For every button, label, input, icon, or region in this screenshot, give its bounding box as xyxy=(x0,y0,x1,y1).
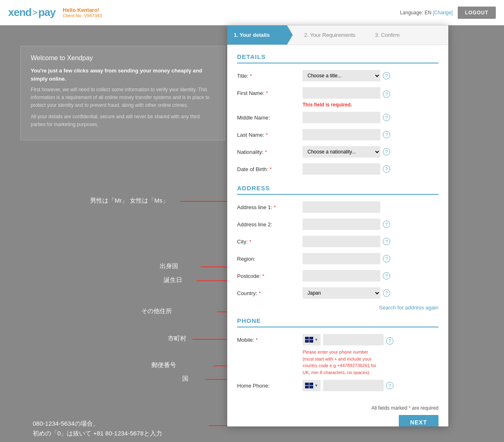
welcome-subtitle: You're just a few clicks away from sendi… xyxy=(31,67,215,83)
homephone-row: Home Phone: ▼ ? xyxy=(237,380,438,393)
homephone-flag-chevron-icon: ▼ xyxy=(314,383,318,388)
nationality-row: Nationality: * Choose a nationality... J… xyxy=(237,146,438,159)
annotations-container: 男性は「Mr」 女性は「Ms」 出身国 誕生日 その他住所 市町村 郵便番号 国… xyxy=(20,149,225,435)
middlename-input[interactable] xyxy=(303,112,380,123)
address1-input[interactable] xyxy=(303,201,380,213)
homephone-input[interactable] xyxy=(323,380,384,391)
nationality-select[interactable]: Choose a nationality... Japanese British… xyxy=(303,146,380,158)
address2-input[interactable] xyxy=(303,219,380,230)
annotation-dob: 誕生日 xyxy=(164,276,182,284)
lastname-input[interactable] xyxy=(303,129,380,140)
address1-row: Address line 1: * xyxy=(237,201,438,214)
language-selector[interactable]: Language: EN [Change] xyxy=(400,10,453,16)
title-select[interactable]: Choose a title... Mr Ms Mrs Dr xyxy=(303,70,380,81)
homephone-label: Home Phone: xyxy=(237,380,303,389)
address1-field xyxy=(303,201,438,213)
next-button[interactable]: NEXT xyxy=(399,415,438,426)
mobile-field: ▼ ? Please enter your phone number (must… xyxy=(303,334,438,376)
annotation-country: 国 xyxy=(182,375,188,383)
nationality-label: Nationality: * xyxy=(237,146,303,155)
main-content: Welcome to Xendpay You're just a few cli… xyxy=(0,25,504,442)
phone-section-title: PHONE xyxy=(237,317,438,327)
mobile-flag-chevron-icon: ▼ xyxy=(314,338,318,342)
uk-flag-icon xyxy=(305,337,313,343)
dob-label: Date of Birth: * xyxy=(237,163,303,172)
step-1[interactable]: 1. Your details xyxy=(227,25,293,45)
homephone-field: ▼ ? xyxy=(303,380,438,391)
firstname-help-icon[interactable]: ? xyxy=(383,90,390,98)
region-help-icon[interactable]: ? xyxy=(383,255,390,262)
dob-row: Date of Birth: * ? xyxy=(237,163,438,176)
dob-help-icon[interactable]: ? xyxy=(383,165,390,173)
middlename-row: Middle Name: ? xyxy=(237,112,438,125)
mobile-error-text: Please enter your phone number (must sta… xyxy=(303,349,380,376)
lastname-help-icon[interactable]: ? xyxy=(383,131,390,138)
header-right: Language: EN [Change] LOGOUT xyxy=(400,7,496,19)
postcode-help-icon[interactable]: ? xyxy=(383,272,390,280)
form-panel: 1. Your details 2. Your Requirements 3. … xyxy=(227,25,448,426)
title-label: Title: * xyxy=(237,70,303,79)
mobile-help-icon[interactable]: ? xyxy=(386,337,393,345)
postcode-input[interactable] xyxy=(303,270,380,282)
homephone-help-icon[interactable]: ? xyxy=(386,382,393,389)
uk-flag-icon-2 xyxy=(305,383,313,388)
city-help-icon[interactable]: ? xyxy=(383,238,390,245)
lastname-field: ? xyxy=(303,129,438,140)
left-panel: Welcome to Xendpay You're just a few cli… xyxy=(8,38,237,442)
client-number: Client No: V947343 xyxy=(63,13,102,18)
annotation-nationality: 出身国 xyxy=(160,262,178,270)
lastname-label: Last Name: * xyxy=(237,129,303,138)
postcode-row: Postcode: * ? xyxy=(237,270,438,283)
required-note: All fields marked * are required xyxy=(237,405,438,411)
postcode-label: Postcode: * xyxy=(237,270,303,279)
address-section-title: ADDRESS xyxy=(237,185,438,195)
city-label: City: * xyxy=(237,236,303,245)
address2-label: Address line 2: xyxy=(237,219,303,228)
firstname-row: First Name: * ? This field is required. xyxy=(237,87,438,108)
step-3[interactable]: 3. Confirm xyxy=(364,25,408,45)
search-again-container: Search for address again xyxy=(237,304,438,311)
city-input[interactable] xyxy=(303,236,380,247)
header: xend > pay Hello Kentaro! Client No: V94… xyxy=(0,0,504,25)
region-input[interactable] xyxy=(303,253,380,264)
title-help-icon[interactable]: ? xyxy=(383,72,390,79)
region-row: Region: ? xyxy=(237,253,438,266)
city-field: ? xyxy=(303,236,438,247)
city-row: City: * ? xyxy=(237,236,438,249)
region-field: ? xyxy=(303,253,438,264)
title-field: Choose a title... Mr Ms Mrs Dr ? xyxy=(303,70,438,81)
language-label: Language: EN xyxy=(400,10,432,16)
language-change-link[interactable]: [Change] xyxy=(433,10,453,16)
postcode-field: ? xyxy=(303,270,438,282)
welcome-box: Welcome to Xendpay You're just a few cli… xyxy=(20,46,225,140)
firstname-input[interactable] xyxy=(303,87,380,99)
welcome-title: Welcome to Xendpay xyxy=(31,54,215,62)
logo-arrow: > xyxy=(32,7,38,18)
mobile-row: Mobile: * ▼ xyxy=(237,334,438,376)
country-label: Country: * xyxy=(237,287,303,296)
annotation-postcode: 郵便番号 xyxy=(151,361,176,369)
middlename-label: Middle Name: xyxy=(237,112,303,121)
firstname-field: ? This field is required. xyxy=(303,87,438,108)
address2-row: Address line 2: ? xyxy=(237,219,438,232)
country-help-icon[interactable]: ? xyxy=(383,289,390,297)
address1-label: Address line 1: * xyxy=(237,201,303,210)
homephone-flag-selector[interactable]: ▼ xyxy=(303,380,321,391)
step-2[interactable]: 2. Your Requirements xyxy=(293,25,364,45)
address2-help-icon[interactable]: ? xyxy=(383,221,390,228)
logout-button[interactable]: LOGOUT xyxy=(458,7,496,19)
dob-input[interactable] xyxy=(303,163,380,175)
nationality-help-icon[interactable]: ? xyxy=(383,148,390,156)
dob-field: ? xyxy=(303,163,438,175)
mobile-flag-selector[interactable]: ▼ xyxy=(303,334,321,345)
search-again-link[interactable]: Search for address again xyxy=(237,304,438,311)
form-footer: All fields marked * are required NEXT xyxy=(237,401,438,426)
mobile-input[interactable] xyxy=(323,334,384,345)
header-greeting: Hello Kentaro! Client No: V947343 xyxy=(63,7,102,18)
country-row: Country: * Japan United Kingdom United S… xyxy=(237,287,438,300)
lastname-row: Last Name: * ? xyxy=(237,129,438,142)
mobile-label: Mobile: * xyxy=(237,334,303,343)
country-select[interactable]: Japan United Kingdom United States xyxy=(303,287,380,299)
welcome-para1: First however, we will need to collect s… xyxy=(31,86,215,110)
middlename-help-icon[interactable]: ? xyxy=(383,114,390,121)
